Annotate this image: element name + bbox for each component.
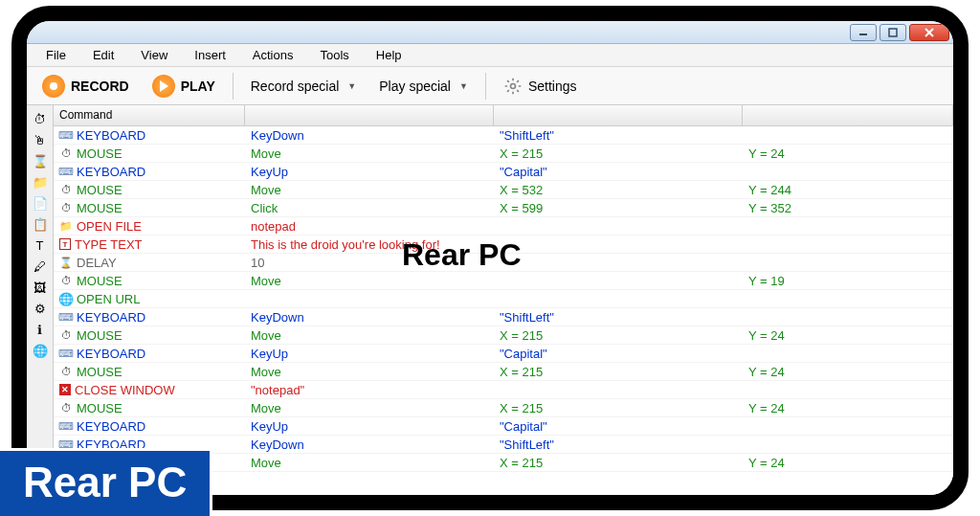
cell-param1: "Capital" bbox=[494, 419, 743, 434]
cell-param2: Y = 24 bbox=[743, 401, 953, 415]
brand-badge: Rear PC bbox=[0, 448, 212, 516]
cell-command: ✕CLOSE WINDOW bbox=[54, 383, 245, 397]
table-row[interactable]: ⌨KEYBOARDKeyDown"ShiftLeft" bbox=[54, 126, 953, 145]
cell-param1: X = 215 bbox=[494, 365, 743, 379]
close-button[interactable] bbox=[909, 24, 949, 41]
table-row[interactable]: ⏱MOUSEMoveX = 215Y = 24 bbox=[54, 363, 953, 381]
menu-actions[interactable]: Actions bbox=[239, 45, 307, 65]
menu-file[interactable]: File bbox=[33, 45, 79, 65]
grid-body: ⌨KEYBOARDKeyDown"ShiftLeft"⏱MOUSEMoveX =… bbox=[54, 126, 953, 472]
cell-param2: Y = 352 bbox=[743, 201, 953, 215]
table-row[interactable]: ⏱MOUSEMoveX = 215Y = 24 bbox=[54, 399, 953, 417]
play-special-label: Play special bbox=[379, 79, 451, 94]
side-tool-4[interactable]: 📄 bbox=[30, 193, 51, 213]
cell-action: Move bbox=[245, 146, 494, 161]
side-tool-5[interactable]: 📋 bbox=[30, 214, 51, 234]
chevron-down-icon: ▼ bbox=[459, 81, 468, 91]
cell-param2: Y = 24 bbox=[743, 146, 953, 161]
cell-command: ⏱MOUSE bbox=[54, 183, 245, 197]
mouse-icon: ⏱ bbox=[59, 401, 73, 415]
cell-param1: "ShiftLeft" bbox=[494, 128, 743, 143]
side-tool-11[interactable]: 🌐 bbox=[30, 341, 51, 360]
table-row[interactable]: ⌨KEYBOARDKeyUp"Capital" bbox=[54, 163, 953, 181]
column-header-command[interactable]: Command bbox=[54, 105, 245, 125]
svg-rect-1 bbox=[889, 29, 897, 36]
cell-action: Move bbox=[245, 183, 494, 197]
chevron-down-icon: ▼ bbox=[347, 81, 356, 91]
column-header-action[interactable] bbox=[245, 105, 494, 125]
column-header-p1[interactable] bbox=[494, 105, 743, 125]
record-special-button[interactable]: Record special ▼ bbox=[241, 75, 367, 98]
menu-help[interactable]: Help bbox=[363, 45, 415, 65]
table-row[interactable]: ⌨KEYBOARDKeyUp"Capital" bbox=[54, 345, 953, 363]
cell-action: KeyUp bbox=[245, 165, 494, 179]
cell-action: notepad bbox=[245, 219, 494, 234]
cell-param1: X = 215 bbox=[494, 146, 743, 161]
cell-action: KeyDown bbox=[245, 310, 494, 325]
side-tool-6[interactable]: T bbox=[30, 236, 51, 255]
cell-command: ⌛DELAY bbox=[54, 256, 245, 270]
cell-action: This is the droid you're looking for! bbox=[245, 237, 494, 252]
table-row[interactable]: 🌐OPEN URL bbox=[54, 290, 953, 308]
cell-param1: "ShiftLeft" bbox=[494, 310, 743, 325]
table-row[interactable]: ⏱MOUSEClickX = 599Y = 352 bbox=[54, 199, 953, 217]
side-tool-9[interactable]: ⚙ bbox=[30, 299, 51, 318]
cell-action: KeyDown bbox=[245, 128, 494, 143]
record-button[interactable]: RECORD bbox=[33, 71, 139, 101]
cell-action: Click bbox=[245, 201, 494, 215]
cell-action: Move bbox=[245, 274, 494, 288]
table-row[interactable]: TTYPE TEXTThis is the droid you're looki… bbox=[54, 236, 953, 254]
cell-command: ⏱MOUSE bbox=[54, 274, 245, 288]
side-tool-7[interactable]: 🖊 bbox=[30, 257, 51, 276]
table-row[interactable]: ⌨KEYBOARDKeyUp"Capital" bbox=[54, 417, 953, 436]
menu-insert[interactable]: Insert bbox=[181, 45, 239, 65]
cell-param2: Y = 24 bbox=[743, 328, 953, 343]
cell-param1: X = 215 bbox=[494, 328, 743, 343]
keyboard-icon: ⌨ bbox=[59, 419, 73, 433]
gear-icon bbox=[503, 77, 523, 96]
cell-command: TTYPE TEXT bbox=[54, 237, 245, 252]
side-tool-8[interactable]: 🖼 bbox=[30, 278, 51, 297]
keyboard-icon: ⌨ bbox=[59, 128, 73, 142]
keyboard-icon: ⌨ bbox=[59, 310, 73, 324]
cell-command: ⏱MOUSE bbox=[54, 328, 245, 343]
cell-param2: Y = 24 bbox=[743, 365, 953, 379]
play-button[interactable]: PLAY bbox=[143, 71, 225, 101]
table-row[interactable]: ✕CLOSE WINDOW"notepad" bbox=[54, 381, 953, 399]
table-row[interactable]: ⏱MOUSEMoveX = 215Y = 24 bbox=[54, 326, 953, 345]
menu-view[interactable]: View bbox=[127, 45, 181, 65]
menu-tools[interactable]: Tools bbox=[306, 45, 362, 65]
table-row[interactable]: 📁OPEN FILEnotepad bbox=[54, 217, 953, 236]
minimize-button[interactable] bbox=[850, 24, 877, 41]
side-tool-1[interactable]: 🖱 bbox=[30, 130, 51, 149]
menu-edit[interactable]: Edit bbox=[79, 45, 127, 65]
keyboard-icon: ⌨ bbox=[59, 347, 73, 360]
side-tool-0[interactable]: ⏱ bbox=[30, 109, 51, 128]
file-icon: 📁 bbox=[59, 219, 73, 233]
side-tool-3[interactable]: 📁 bbox=[30, 172, 51, 191]
cell-action: KeyDown bbox=[245, 437, 494, 452]
table-row[interactable]: ⌨KEYBOARDKeyDown"ShiftLeft" bbox=[54, 308, 953, 326]
cell-param2: Y = 19 bbox=[743, 274, 953, 288]
table-row[interactable]: ⌛DELAY10 bbox=[54, 254, 953, 272]
table-row[interactable]: ⏱MOUSEMoveY = 19 bbox=[54, 272, 953, 290]
cell-action: Move bbox=[245, 365, 494, 379]
cell-command: 🌐OPEN URL bbox=[54, 292, 245, 306]
play-special-button[interactable]: Play special ▼ bbox=[369, 75, 478, 98]
cell-command: ⌨KEYBOARD bbox=[54, 419, 245, 434]
workarea: ⏱🖱⌛📁📄📋T🖊🖼⚙ℹ🌐 Command ⌨KEYBOARDKeyDown"Sh… bbox=[27, 105, 953, 495]
column-header-p2[interactable] bbox=[743, 105, 953, 125]
side-tool-2[interactable]: ⌛ bbox=[30, 151, 51, 170]
cell-command: ⏱MOUSE bbox=[54, 401, 245, 415]
settings-button[interactable]: Settings bbox=[494, 73, 587, 100]
cell-command: 📁OPEN FILE bbox=[54, 219, 245, 234]
side-tool-10[interactable]: ℹ bbox=[30, 320, 51, 339]
record-special-label: Record special bbox=[251, 79, 340, 94]
table-row[interactable]: ⏱MOUSEMoveX = 215Y = 24 bbox=[54, 145, 953, 163]
maximize-button[interactable] bbox=[880, 24, 906, 41]
cell-param1: "ShiftLeft" bbox=[494, 437, 743, 452]
toolbar: RECORD PLAY Record special ▼ Play specia… bbox=[27, 67, 953, 105]
table-row[interactable]: ⏱MOUSEMoveX = 532Y = 244 bbox=[54, 181, 953, 199]
mouse-icon: ⏱ bbox=[59, 328, 73, 342]
svg-point-4 bbox=[510, 83, 515, 88]
